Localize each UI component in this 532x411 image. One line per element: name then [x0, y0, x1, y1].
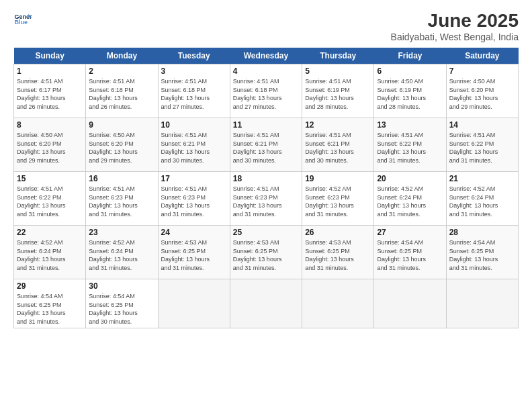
- day-info: Sunrise: 4:52 AM Sunset: 6:24 PM Dayligh…: [17, 238, 83, 272]
- header: General Blue June 2025 Baidyabati, West …: [13, 10, 519, 42]
- day-info: Sunrise: 4:50 AM Sunset: 6:20 PM Dayligh…: [449, 77, 515, 111]
- day-info: Sunrise: 4:52 AM Sunset: 6:24 PM Dayligh…: [89, 238, 154, 272]
- table-row: 5Sunrise: 4:51 AM Sunset: 6:19 PM Daylig…: [302, 64, 374, 118]
- day-info: Sunrise: 4:51 AM Sunset: 6:23 PM Dayligh…: [89, 185, 154, 218]
- day-info: Sunrise: 4:54 AM Sunset: 6:25 PM Dayligh…: [449, 238, 515, 272]
- day-info: Sunrise: 4:54 AM Sunset: 6:25 PM Dayligh…: [89, 292, 154, 326]
- table-row: 2Sunrise: 4:51 AM Sunset: 6:18 PM Daylig…: [86, 64, 158, 118]
- table-row: [302, 279, 374, 328]
- day-number: 28: [449, 228, 515, 237]
- header-monday: Monday: [86, 48, 158, 64]
- page: General Blue June 2025 Baidyabati, West …: [0, 0, 532, 411]
- day-number: 23: [89, 228, 154, 237]
- day-number: 15: [17, 174, 83, 183]
- table-row: 24Sunrise: 4:53 AM Sunset: 6:25 PM Dayli…: [158, 226, 230, 279]
- table-row: [446, 279, 518, 328]
- day-number: 13: [377, 120, 443, 130]
- day-number: 2: [89, 66, 154, 76]
- table-row: 16Sunrise: 4:51 AM Sunset: 6:23 PM Dayli…: [86, 172, 158, 226]
- header-friday: Friday: [374, 48, 446, 64]
- day-number: 8: [17, 120, 83, 130]
- day-info: Sunrise: 4:51 AM Sunset: 6:22 PM Dayligh…: [377, 131, 443, 165]
- day-info: Sunrise: 4:51 AM Sunset: 6:23 PM Dayligh…: [161, 185, 227, 218]
- day-info: Sunrise: 4:51 AM Sunset: 6:21 PM Dayligh…: [161, 131, 227, 165]
- day-info: Sunrise: 4:54 AM Sunset: 6:25 PM Dayligh…: [17, 292, 83, 326]
- day-number: 19: [305, 174, 371, 183]
- day-number: 29: [17, 281, 83, 291]
- header-row: Sunday Monday Tuesday Wednesday Thursday…: [14, 48, 519, 64]
- logo: General Blue: [13, 10, 32, 29]
- day-info: Sunrise: 4:50 AM Sunset: 6:20 PM Dayligh…: [17, 131, 83, 165]
- day-number: 24: [161, 228, 227, 237]
- day-number: 9: [89, 120, 154, 130]
- table-row: 25Sunrise: 4:53 AM Sunset: 6:25 PM Dayli…: [230, 226, 302, 279]
- table-row: 14Sunrise: 4:51 AM Sunset: 6:22 PM Dayli…: [446, 118, 518, 172]
- table-row: 1Sunrise: 4:51 AM Sunset: 6:17 PM Daylig…: [14, 64, 86, 118]
- table-row: 18Sunrise: 4:51 AM Sunset: 6:23 PM Dayli…: [230, 172, 302, 226]
- day-number: 16: [89, 174, 154, 183]
- day-info: Sunrise: 4:54 AM Sunset: 6:25 PM Dayligh…: [377, 238, 443, 272]
- table-row: 26Sunrise: 4:53 AM Sunset: 6:25 PM Dayli…: [302, 226, 374, 279]
- subtitle: Baidyabati, West Bengal, India: [391, 32, 519, 42]
- day-number: 4: [233, 66, 299, 76]
- day-info: Sunrise: 4:53 AM Sunset: 6:25 PM Dayligh…: [161, 238, 227, 272]
- day-info: Sunrise: 4:53 AM Sunset: 6:25 PM Dayligh…: [305, 238, 371, 272]
- day-info: Sunrise: 4:51 AM Sunset: 6:22 PM Dayligh…: [449, 131, 515, 165]
- table-row: 15Sunrise: 4:51 AM Sunset: 6:22 PM Dayli…: [14, 172, 86, 226]
- day-number: 22: [17, 228, 83, 237]
- day-info: Sunrise: 4:50 AM Sunset: 6:19 PM Dayligh…: [377, 77, 443, 111]
- header-tuesday: Tuesday: [158, 48, 230, 64]
- day-number: 11: [233, 120, 299, 130]
- table-row: 9Sunrise: 4:50 AM Sunset: 6:20 PM Daylig…: [86, 118, 158, 172]
- table-row: 22Sunrise: 4:52 AM Sunset: 6:24 PM Dayli…: [14, 226, 86, 279]
- day-number: 12: [305, 120, 371, 130]
- main-title: June 2025: [391, 10, 519, 32]
- day-info: Sunrise: 4:51 AM Sunset: 6:17 PM Dayligh…: [17, 77, 83, 111]
- day-info: Sunrise: 4:51 AM Sunset: 6:18 PM Dayligh…: [161, 77, 227, 111]
- table-row: 23Sunrise: 4:52 AM Sunset: 6:24 PM Dayli…: [86, 226, 158, 279]
- day-info: Sunrise: 4:53 AM Sunset: 6:25 PM Dayligh…: [233, 238, 299, 272]
- table-row: 17Sunrise: 4:51 AM Sunset: 6:23 PM Dayli…: [158, 172, 230, 226]
- table-row: 10Sunrise: 4:51 AM Sunset: 6:21 PM Dayli…: [158, 118, 230, 172]
- header-wednesday: Wednesday: [230, 48, 302, 64]
- table-row: 20Sunrise: 4:52 AM Sunset: 6:24 PM Dayli…: [374, 172, 446, 226]
- table-row: 30Sunrise: 4:54 AM Sunset: 6:25 PM Dayli…: [86, 279, 158, 328]
- header-saturday: Saturday: [446, 48, 518, 64]
- header-sunday: Sunday: [14, 48, 86, 64]
- table-row: 7Sunrise: 4:50 AM Sunset: 6:20 PM Daylig…: [446, 64, 518, 118]
- day-info: Sunrise: 4:51 AM Sunset: 6:22 PM Dayligh…: [17, 185, 83, 218]
- day-info: Sunrise: 4:51 AM Sunset: 6:21 PM Dayligh…: [305, 131, 371, 165]
- day-info: Sunrise: 4:51 AM Sunset: 6:21 PM Dayligh…: [233, 131, 299, 165]
- day-number: 20: [377, 174, 443, 183]
- day-number: 26: [305, 228, 371, 237]
- table-row: 21Sunrise: 4:52 AM Sunset: 6:24 PM Dayli…: [446, 172, 518, 226]
- day-info: Sunrise: 4:52 AM Sunset: 6:24 PM Dayligh…: [377, 185, 443, 218]
- table-row: 27Sunrise: 4:54 AM Sunset: 6:25 PM Dayli…: [374, 226, 446, 279]
- day-info: Sunrise: 4:51 AM Sunset: 6:19 PM Dayligh…: [305, 77, 371, 111]
- day-number: 27: [377, 228, 443, 237]
- table-row: 29Sunrise: 4:54 AM Sunset: 6:25 PM Dayli…: [14, 279, 86, 328]
- day-info: Sunrise: 4:52 AM Sunset: 6:24 PM Dayligh…: [449, 185, 515, 218]
- day-number: 14: [449, 120, 515, 130]
- table-row: 19Sunrise: 4:52 AM Sunset: 6:23 PM Dayli…: [302, 172, 374, 226]
- day-info: Sunrise: 4:52 AM Sunset: 6:23 PM Dayligh…: [305, 185, 371, 218]
- day-number: 7: [449, 66, 515, 76]
- day-info: Sunrise: 4:51 AM Sunset: 6:23 PM Dayligh…: [233, 185, 299, 218]
- day-number: 10: [161, 120, 227, 130]
- table-row: 6Sunrise: 4:50 AM Sunset: 6:19 PM Daylig…: [374, 64, 446, 118]
- logo-icon: General Blue: [13, 10, 32, 29]
- table-row: 13Sunrise: 4:51 AM Sunset: 6:22 PM Dayli…: [374, 118, 446, 172]
- day-info: Sunrise: 4:51 AM Sunset: 6:18 PM Dayligh…: [89, 77, 154, 111]
- title-section: June 2025 Baidyabati, West Bengal, India: [391, 10, 519, 42]
- table-row: 4Sunrise: 4:51 AM Sunset: 6:18 PM Daylig…: [230, 64, 302, 118]
- table-row: [374, 279, 446, 328]
- day-info: Sunrise: 4:50 AM Sunset: 6:20 PM Dayligh…: [89, 131, 154, 165]
- table-row: 28Sunrise: 4:54 AM Sunset: 6:25 PM Dayli…: [446, 226, 518, 279]
- day-number: 5: [305, 66, 371, 76]
- day-number: 17: [161, 174, 227, 183]
- day-info: Sunrise: 4:51 AM Sunset: 6:18 PM Dayligh…: [233, 77, 299, 111]
- table-row: 3Sunrise: 4:51 AM Sunset: 6:18 PM Daylig…: [158, 64, 230, 118]
- day-number: 18: [233, 174, 299, 183]
- table-row: 8Sunrise: 4:50 AM Sunset: 6:20 PM Daylig…: [14, 118, 86, 172]
- header-thursday: Thursday: [302, 48, 374, 64]
